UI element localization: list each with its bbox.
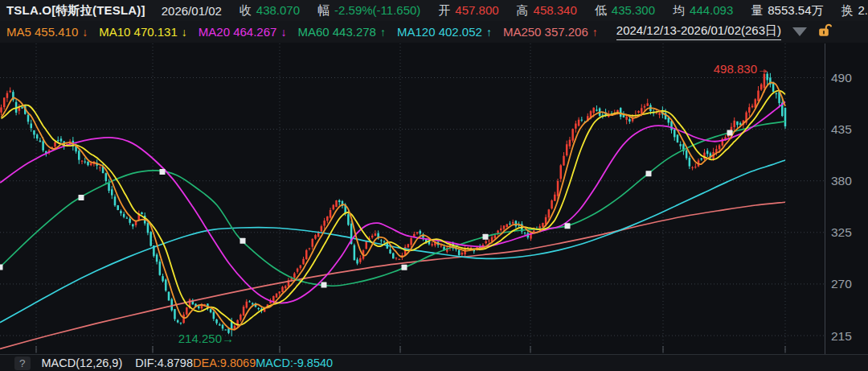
quote-field-open: 开457.800 xyxy=(438,3,498,19)
quote-field-avg: 均444.093 xyxy=(673,3,733,19)
price-axis-label: 490 xyxy=(831,71,852,85)
stock-chart-app: 498.830→214.250→490435380325270215 TSLA.… xyxy=(0,0,868,371)
ma-lines-layer xyxy=(0,82,785,348)
ma-legend-ma10[interactable]: MA10 470.131↓ xyxy=(99,25,187,39)
trend-arrow-icon: ↑ xyxy=(486,26,492,39)
quote-field-volume: 量8553.54万 xyxy=(751,3,823,19)
trend-arrow-icon: ↑ xyxy=(380,26,386,39)
gridlines-layer xyxy=(0,43,825,354)
ma-legend-ma60[interactable]: MA60 443.278↑ xyxy=(297,25,386,39)
quote-field-low: 低435.300 xyxy=(595,3,655,19)
candles-layer[interactable] xyxy=(0,69,786,336)
help-icon[interactable]: ? xyxy=(14,357,31,370)
quote-field-high: 高458.340 xyxy=(517,3,577,19)
macd-dea-value: DEA:9.8069 xyxy=(193,357,256,369)
trend-arrow-icon: ↓ xyxy=(82,26,88,39)
macd-dif-value: DIF:4.8798 xyxy=(135,357,193,369)
quote-date: 2026/01/02 xyxy=(162,4,222,18)
trend-arrow-icon: ↓ xyxy=(182,26,187,39)
macd-indicator-bar: ? MACD(12,26,9) DIF:4.8798 DEA:9.8069 MA… xyxy=(0,355,868,371)
price-axis-label: 380 xyxy=(831,174,852,188)
trend-arrow-icon: ↑ xyxy=(592,26,598,39)
quote-field-turnover: 换2.57% xyxy=(841,3,868,19)
unlock-icon[interactable] xyxy=(817,23,833,41)
candlestick-chart[interactable]: 498.830→214.250→490435380325270215 xyxy=(0,0,868,371)
period-high-annotation: 498.830→ xyxy=(714,62,769,76)
quote-field-close: 收438.070 xyxy=(240,3,300,19)
ma-legend-ma120[interactable]: MA120 402.052↑ xyxy=(397,25,492,39)
ma-legend-ma5[interactable]: MA5 455.410↓ xyxy=(6,25,88,39)
macd-macd-value: MACD:-9.8540 xyxy=(256,357,333,369)
price-axis-label: 435 xyxy=(831,122,852,136)
date-range-selector[interactable]: 2024/12/13-2026/01/02(263日) xyxy=(616,23,781,40)
trend-arrow-icon: ↓ xyxy=(280,26,286,39)
ma-legend-ma20[interactable]: MA20 464.267↓ xyxy=(199,25,287,39)
ma-line-ma120 xyxy=(0,160,785,323)
ma-values: MA5 455.410↓MA10 470.131↓MA20 464.267↓MA… xyxy=(6,25,609,39)
macd-title[interactable]: MACD(12,26,9) xyxy=(42,357,123,369)
quote-field-change: 幅-2.59%(-11.650) xyxy=(317,3,420,19)
price-axis-label: 325 xyxy=(831,225,852,239)
quote-fields: 收438.070幅-2.59%(-11.650)开457.800高458.340… xyxy=(222,3,868,19)
ma-line-ma250 xyxy=(0,202,785,348)
price-axis-label: 215 xyxy=(831,329,852,343)
price-axis-label: 270 xyxy=(831,277,852,291)
ma-toolbar: MA5 455.410↓MA10 470.131↓MA20 464.267↓MA… xyxy=(0,21,868,43)
period-low-annotation: 214.250→ xyxy=(178,332,234,345)
chevron-down-icon[interactable] xyxy=(792,27,807,36)
quote-header: TSLA.O[特斯拉(TESLA)] 2026/01/02 收438.070幅-… xyxy=(0,0,868,21)
ma-legend-ma250[interactable]: MA250 357.206↑ xyxy=(503,25,598,39)
symbol-name[interactable]: TSLA.O[特斯拉(TESLA)] xyxy=(6,3,145,19)
